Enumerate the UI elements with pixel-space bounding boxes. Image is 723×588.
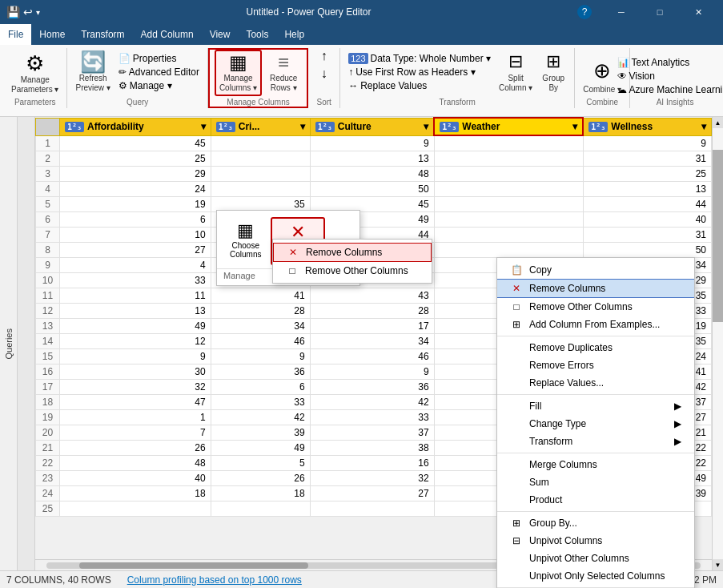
data-cell: 33: [211, 394, 310, 409]
menu-view[interactable]: View: [202, 24, 239, 45]
data-cell: 17: [310, 318, 434, 333]
ctx-product[interactable]: Product: [497, 491, 694, 509]
ctx-unpivot-other[interactable]: Unpivot Other Columns: [497, 550, 694, 567]
sort-asc-button[interactable]: ↑: [318, 48, 331, 64]
properties-label: Properties: [133, 53, 177, 64]
sort-desc-button[interactable]: ↓: [318, 66, 331, 82]
vision-button[interactable]: 👁 Vision: [614, 70, 724, 83]
manage-query-button[interactable]: ⚙ Manage ▾: [115, 79, 203, 92]
ctx-remove-columns-icon: ✕: [510, 283, 523, 294]
ribbon-group-query: 🔄 RefreshPreview ▾ 📄 Properties ✏ Advanc…: [67, 48, 207, 108]
choose-columns-button[interactable]: ▦ ChooseColumns: [223, 217, 267, 265]
ctx-unpivot-selected[interactable]: Unpivot Only Selected Columns: [497, 567, 694, 585]
ctx-remove-columns[interactable]: ✕ Remove Columns: [497, 279, 694, 298]
data-cell: 33: [310, 409, 434, 425]
sort-group-label: Sort: [316, 98, 331, 107]
ctx-remove-duplicates[interactable]: Remove Duplicates: [497, 339, 694, 356]
azure-ml-button[interactable]: ☁ Azure Machine Learning: [614, 83, 724, 96]
scroll-track[interactable]: [713, 128, 724, 559]
data-cell: 7: [60, 425, 211, 440]
scroll-down-button[interactable]: ▼: [713, 559, 724, 570]
col-header-cri[interactable]: 1²₃ Cri... ▾: [211, 118, 310, 135]
data-cell: 46: [310, 348, 434, 364]
data-cell: 31: [583, 151, 711, 166]
data-cell: 40: [583, 211, 711, 227]
menu-transform[interactable]: Transform: [73, 24, 132, 45]
menu-tools[interactable]: Tools: [238, 24, 276, 45]
queries-label: Queries: [4, 328, 14, 360]
minimize-button[interactable]: ─: [603, 0, 640, 24]
col-wellness-dropdown[interactable]: ▾: [701, 121, 706, 132]
data-cell: 42: [211, 409, 310, 425]
data-cell: 36: [310, 379, 434, 394]
help-icon[interactable]: ?: [577, 5, 592, 19]
col-cri-dropdown[interactable]: ▾: [300, 121, 305, 132]
ctx-sum-label: Sum: [529, 477, 549, 488]
data-cell: 29: [60, 166, 211, 181]
replace-values-icon: ↔: [348, 80, 358, 91]
azure-ml-icon: ☁: [617, 84, 627, 95]
vertical-scrollbar[interactable]: ▲ ▼: [712, 117, 723, 570]
col-header-weather[interactable]: 1²₃ Weather ▾: [434, 118, 583, 135]
row-number-cell: 19: [36, 409, 60, 425]
ctx-group-by[interactable]: ⊞ Group By...: [497, 514, 694, 532]
ctx-transform[interactable]: Transform ▶: [497, 433, 694, 450]
save-icon[interactable]: 💾: [6, 6, 20, 18]
remove-other-columns-submenu-item[interactable]: □ Remove Other Columns: [273, 262, 432, 280]
row-number-cell: 22: [36, 455, 60, 470]
ctx-change-type[interactable]: Change Type ▶: [497, 415, 694, 433]
split-column-button[interactable]: ⊟ SplitColumn ▾: [496, 50, 536, 95]
ctx-divider-4: [497, 511, 694, 512]
replace-values-button[interactable]: ↔ Replace Values: [345, 79, 494, 92]
data-type-button[interactable]: 123 Data Type: Whole Number ▾: [345, 52, 494, 65]
split-column-label: SplitColumn ▾: [499, 74, 532, 93]
advanced-editor-label: Advanced Editor: [129, 66, 199, 78]
status-columns: 7 COLUMNS, 40 ROWS: [6, 574, 111, 586]
ctx-sum[interactable]: Sum: [497, 473, 694, 491]
first-row-header-button[interactable]: ↑ Use First Row as Headers ▾: [345, 66, 494, 79]
refresh-preview-button[interactable]: 🔄 RefreshPreview ▾: [72, 50, 113, 95]
scroll-up-button[interactable]: ▲: [713, 117, 724, 128]
row-number-cell: 3: [36, 166, 60, 181]
reduce-rows-button[interactable]: ≡ ReduceRows ▾: [265, 51, 302, 95]
ctx-merge-columns[interactable]: Merge Columns: [497, 456, 694, 473]
col-culture-dropdown[interactable]: ▾: [424, 121, 428, 132]
col-header-affordability[interactable]: 1²₃ Affordability ▾: [60, 118, 211, 135]
close-button[interactable]: ✕: [680, 0, 717, 24]
ctx-add-column-examples[interactable]: ⊞ Add Column From Examples...: [497, 316, 694, 333]
parameters-group-label: Parameters: [14, 98, 56, 107]
row-number-cell: 1: [36, 135, 60, 151]
ctx-remove-other-columns[interactable]: □ Remove Other Columns: [497, 298, 694, 316]
menu-help[interactable]: Help: [276, 24, 312, 45]
ctx-fill-label: Fill: [529, 401, 541, 412]
col-weather-dropdown[interactable]: ▾: [572, 121, 577, 132]
ctx-remove-errors[interactable]: Remove Errors: [497, 356, 694, 374]
ctx-copy[interactable]: 📋 Copy: [497, 261, 694, 279]
row-number-cell: 16: [36, 364, 60, 379]
menu-file[interactable]: File: [0, 24, 31, 45]
menu-home[interactable]: Home: [31, 24, 73, 45]
undo-icon[interactable]: ↩: [23, 6, 33, 18]
col-header-wellness[interactable]: 1²₃ Wellness ▾: [583, 118, 711, 135]
ctx-unpivot-other-label: Unpivot Other Columns: [529, 553, 629, 564]
manage-parameters-button[interactable]: ⚙ ManageParameters ▾: [8, 51, 62, 96]
ctx-fill[interactable]: Fill ▶: [497, 397, 694, 415]
col-header-culture[interactable]: 1²₃ Culture ▾: [310, 118, 434, 135]
group-by-button[interactable]: ⊞ GroupBy: [537, 50, 569, 95]
ctx-replace-values[interactable]: Replace Values...: [497, 374, 694, 392]
menu-add-column[interactable]: Add Column: [133, 24, 202, 45]
ctx-unpivot-columns[interactable]: ⊟ Unpivot Columns: [497, 532, 694, 550]
vision-label: Vision: [629, 70, 655, 82]
data-cell: [310, 501, 434, 516]
manage-columns-button[interactable]: ▦ ManageColumns ▾: [215, 50, 262, 96]
data-cell: 28: [211, 303, 310, 318]
properties-button[interactable]: 📄 Properties: [115, 52, 203, 65]
title-dropdown-icon[interactable]: ▾: [36, 8, 40, 17]
remove-columns-submenu-item[interactable]: ✕ Remove Columns: [273, 243, 432, 262]
text-analytics-button[interactable]: 📊 Text Analytics: [614, 56, 724, 69]
col-affordability-dropdown[interactable]: ▾: [201, 121, 206, 132]
data-cell: 42: [310, 394, 434, 409]
data-cell: 46: [211, 333, 310, 348]
advanced-editor-button[interactable]: ✏ Advanced Editor: [115, 66, 203, 79]
maximize-button[interactable]: □: [641, 0, 678, 24]
